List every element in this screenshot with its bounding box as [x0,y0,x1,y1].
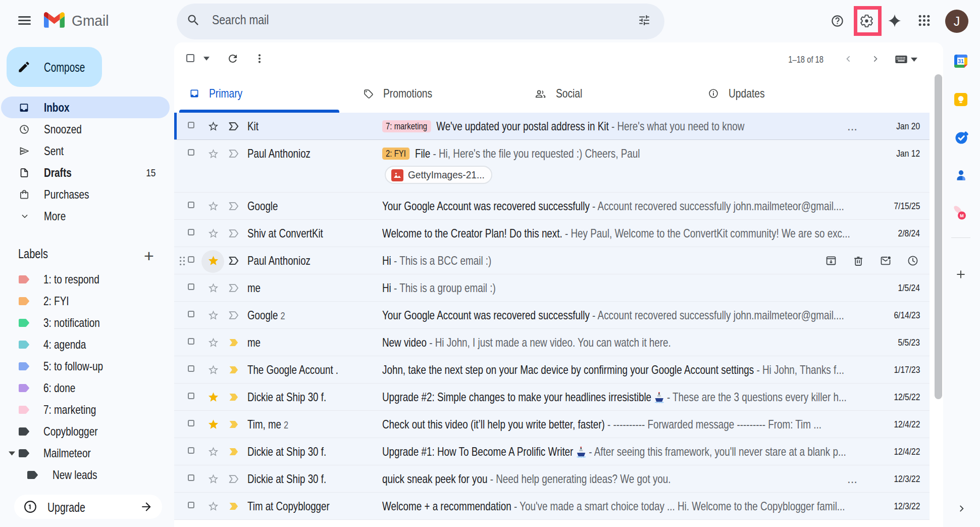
svg-text:M: M [960,213,964,218]
svg-text:31: 31 [958,58,964,64]
